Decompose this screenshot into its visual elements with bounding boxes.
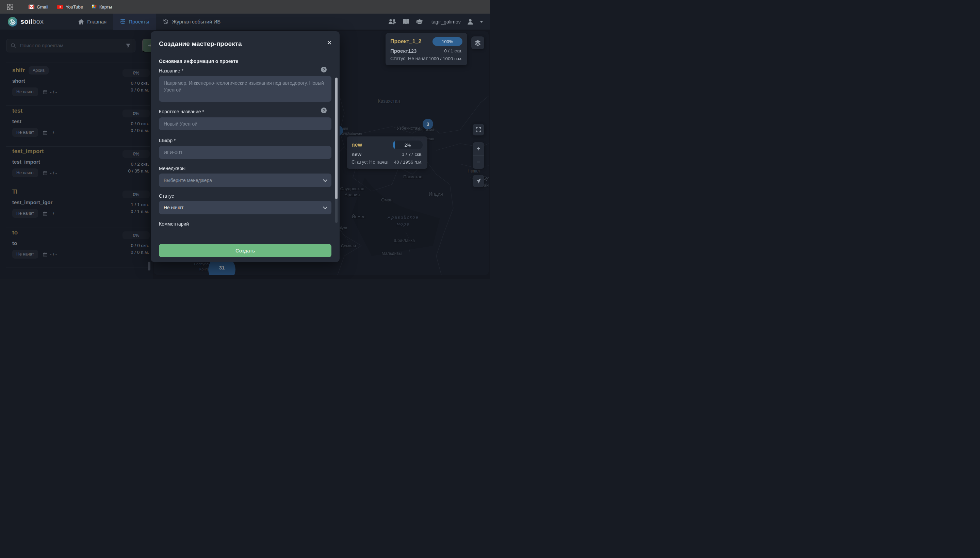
maps-icon: G	[92, 5, 97, 10]
map-card-code[interactable]: new	[351, 142, 362, 148]
brand-box: box	[32, 18, 44, 25]
wells-stat: 0 / 1 скв.	[444, 48, 463, 53]
modal-title: Создание мастер-проекта	[159, 40, 242, 48]
create-button[interactable]: Создать	[159, 244, 332, 257]
modal-scrollbar-thumb[interactable]	[335, 77, 338, 199]
create-master-project-modal: Создание мастер-проекта ✕ Основная инфор…	[151, 31, 340, 262]
progress-pill: 100%	[432, 37, 463, 46]
help-icon[interactable]: ?	[321, 67, 327, 72]
soilbox-logo-icon	[8, 17, 18, 27]
meters-stat: 1000 / 1000 п.м.	[429, 56, 463, 61]
chevron-down-icon	[323, 177, 327, 182]
help-icon[interactable]: ?	[321, 108, 327, 113]
status-value: Не начат	[164, 205, 184, 210]
meters-stat: 40 / 1956 п.м.	[394, 159, 423, 165]
name-field[interactable]	[159, 76, 332, 102]
zoom-control: + −	[473, 142, 484, 169]
bookmarks-divider	[21, 4, 21, 10]
tab-projects-label: Проекты	[129, 19, 149, 25]
map-card-status: Статус: Не начат	[390, 56, 428, 61]
map-project-card-master[interactable]: Проект_1_2 100% Проект123 0 / 1 скв. Ста…	[386, 33, 467, 65]
managers-select[interactable]: Выберите менеджера	[159, 174, 332, 187]
zoom-in-button[interactable]: +	[473, 142, 484, 156]
map-card-code[interactable]: Проект_1_2	[390, 38, 421, 44]
managers-label: Менеджеры	[159, 166, 185, 171]
map-card-name: new	[351, 151, 361, 157]
gmail-icon	[29, 5, 34, 9]
status-label: Статус	[159, 193, 174, 199]
svg-text:G: G	[92, 5, 94, 6]
bookmark-youtube-label: YouTube	[66, 5, 83, 10]
map-card-name: Проект123	[390, 48, 417, 54]
youtube-icon	[57, 5, 63, 9]
progress-value: 2%	[405, 143, 411, 148]
username[interactable]: tagir_galimov	[432, 19, 461, 25]
docs-book-icon[interactable]	[402, 19, 410, 25]
short-name-label: Короткое название *	[159, 109, 204, 114]
tab-journal[interactable]: Журнал событий ИБ	[156, 14, 227, 30]
tab-home[interactable]: Главная	[71, 14, 113, 30]
map-card-status: Статус: Не начат	[351, 159, 389, 165]
status-select[interactable]: Не начат	[159, 201, 332, 214]
progress-fill	[393, 141, 395, 149]
brand-logo[interactable]: soilbox	[0, 17, 50, 27]
navbar-right: tagir_galimov	[388, 18, 490, 25]
apps-grid-icon[interactable]	[4, 4, 16, 10]
layers-icon	[474, 39, 481, 46]
apps-grid-glyph	[7, 4, 13, 10]
tab-projects[interactable]: Проекты	[113, 14, 156, 30]
tab-home-label: Главная	[87, 19, 107, 25]
progress-pill: 2%	[393, 141, 423, 149]
bookmark-gmail[interactable]: Gmail	[26, 5, 51, 10]
bookmark-maps[interactable]: G Карты	[89, 5, 115, 10]
close-icon[interactable]: ✕	[327, 39, 332, 47]
browser-bookmarks-bar: Gmail YouTube G Карты	[0, 0, 490, 14]
locate-icon	[476, 178, 481, 184]
fullscreen-icon	[476, 127, 481, 132]
bookmark-maps-label: Карты	[99, 5, 112, 10]
training-cap-icon[interactable]	[416, 19, 423, 25]
avatar-icon[interactable]	[467, 18, 474, 25]
managers-placeholder: Выберите менеджера	[164, 177, 212, 183]
wells-stat: 1 / 77 скв.	[402, 152, 423, 157]
layers-button[interactable]	[471, 36, 484, 49]
chevron-down-icon	[323, 205, 327, 209]
locate-button[interactable]	[473, 175, 484, 187]
database-icon	[120, 19, 126, 25]
code-label: Шифр *	[159, 138, 176, 143]
short-name-field[interactable]	[159, 117, 332, 130]
comment-label: Комментарий	[159, 221, 189, 226]
modal-section-heading: Основная информация о проекте	[159, 59, 238, 64]
tab-journal-label: Журнал событий ИБ	[172, 19, 220, 25]
brand-text: soilbox	[20, 18, 44, 26]
brand-soil: soil	[20, 18, 32, 25]
home-icon	[78, 19, 84, 25]
bookmark-youtube[interactable]: YouTube	[54, 5, 86, 10]
bookmark-gmail-label: Gmail	[37, 5, 48, 10]
app-navbar: soilbox Главная Проекты Журнал событий И…	[0, 14, 490, 30]
chevron-down-icon[interactable]	[480, 21, 483, 23]
history-icon	[163, 19, 169, 25]
map-project-card-new[interactable]: new 2% new 1 / 77 скв. Статус: Не начат …	[347, 136, 427, 169]
name-label: Название *	[159, 68, 184, 74]
zoom-out-button[interactable]: −	[473, 156, 484, 169]
fullscreen-button[interactable]	[473, 124, 484, 135]
user-management-icon[interactable]	[388, 19, 396, 25]
code-field[interactable]	[159, 146, 332, 159]
